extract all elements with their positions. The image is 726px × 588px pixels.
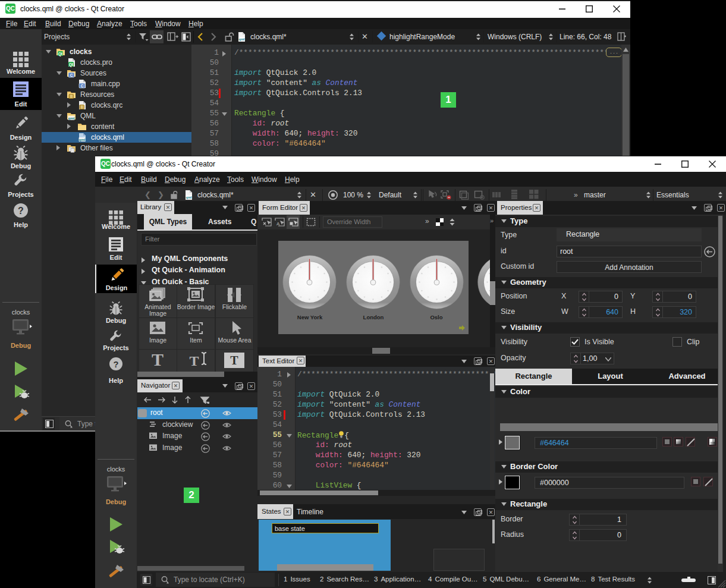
svg-text:qml: qml <box>239 37 245 41</box>
svg-text:qml: qml <box>186 196 192 199</box>
svg-text:A: A <box>276 221 280 227</box>
svg-text:?: ? <box>18 206 24 216</box>
svg-text:?: ? <box>114 360 119 369</box>
